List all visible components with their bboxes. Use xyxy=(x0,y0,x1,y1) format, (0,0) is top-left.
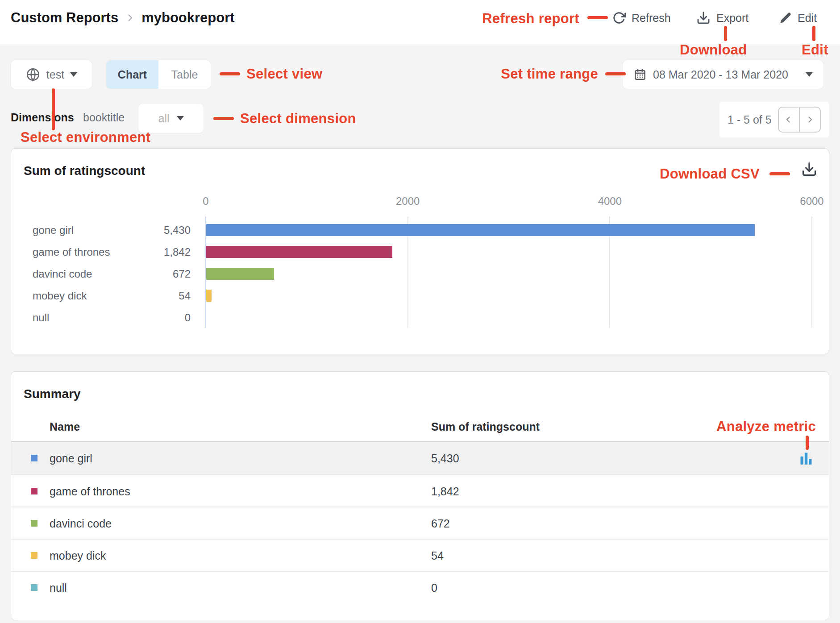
table-row[interactable]: game of thrones1,842 xyxy=(11,474,829,507)
breadcrumb-chevron-icon xyxy=(125,12,135,23)
annotation-dash xyxy=(213,117,234,120)
chevron-down-icon xyxy=(806,72,813,77)
annotation-dash xyxy=(769,172,790,175)
series-swatch xyxy=(31,552,37,559)
refresh-button[interactable]: Refresh xyxy=(612,8,671,28)
environment-select[interactable]: test xyxy=(11,60,92,89)
column-header-name: Name xyxy=(50,413,80,440)
refresh-icon xyxy=(612,11,626,25)
pagination: 1 - 5 of 5 xyxy=(719,102,829,137)
annotation-line xyxy=(806,436,809,450)
analyze-metric-button[interactable] xyxy=(798,450,814,466)
breadcrumb: Custom Reports mybookreport xyxy=(11,0,235,36)
chevron-down-icon xyxy=(70,72,77,77)
gridline xyxy=(811,216,812,328)
dimension-name: booktitle xyxy=(83,111,125,124)
annotation-edit: Edit xyxy=(802,42,828,58)
annotation-analyze-metric: Analyze metric xyxy=(716,419,816,435)
annotation-select-view: Select view xyxy=(246,66,322,82)
export-button[interactable]: Export xyxy=(696,8,749,28)
summary-panel: Summary Name Sum of ratingscount gone gi… xyxy=(11,371,829,620)
view-toggle: Chart Table xyxy=(106,60,211,89)
summary-row-name: davinci code xyxy=(50,507,112,540)
summary-table-header: Name Sum of ratingscount xyxy=(11,413,829,442)
pagination-range: 1 - 5 of 5 xyxy=(728,113,772,126)
summary-title: Summary xyxy=(24,387,81,401)
annotation-line xyxy=(812,26,815,41)
previous-page-button[interactable] xyxy=(779,108,800,132)
annotation-dash xyxy=(587,16,608,19)
annotation-dash xyxy=(220,72,240,75)
export-label: Export xyxy=(716,12,749,25)
bar-chart-icon xyxy=(798,450,814,466)
page-header: Custom Reports mybookreport Refresh Expo… xyxy=(0,0,840,45)
axis-tick-label: 0 xyxy=(203,195,208,208)
axis-tick-label: 2000 xyxy=(396,195,420,208)
breadcrumb-report-name: mybookreport xyxy=(141,10,234,26)
table-row[interactable]: mobey dick54 xyxy=(11,539,829,571)
summary-row-value: 1,842 xyxy=(431,475,459,507)
breadcrumb-section[interactable]: Custom Reports xyxy=(11,10,118,26)
table-row[interactable]: null0 xyxy=(11,571,829,603)
chart-title: Sum of ratingscount xyxy=(24,164,145,178)
edit-label: Edit xyxy=(798,12,817,25)
tab-table[interactable]: Table xyxy=(158,60,211,89)
dimension-filter-value: all xyxy=(158,112,169,125)
summary-row-value: 672 xyxy=(431,507,450,540)
chart-value-label: 0 xyxy=(123,307,191,328)
annotation-set-time-range: Set time range xyxy=(501,66,598,82)
date-range-value: 08 Mar 2020 - 13 Mar 2020 xyxy=(653,68,788,81)
annotation-download-csv: Download CSV xyxy=(660,166,760,182)
table-row[interactable]: davinci code672 xyxy=(11,507,829,539)
summary-table-body: gone girl5,430game of thrones1,842davinc… xyxy=(11,442,829,603)
date-range-picker[interactable]: 08 Mar 2020 - 13 Mar 2020 xyxy=(623,60,823,89)
axis-tick-label: 4000 xyxy=(598,195,622,208)
summary-row-value: 54 xyxy=(431,540,444,572)
chart-value-label: 54 xyxy=(123,285,191,307)
chart-bar xyxy=(206,268,274,280)
download-icon xyxy=(696,11,711,25)
download-csv-button[interactable] xyxy=(801,161,817,177)
globe-icon xyxy=(25,67,41,82)
annotation-dash xyxy=(605,72,626,75)
summary-row-value: 5,430 xyxy=(431,442,459,474)
summary-row-value: 0 xyxy=(431,572,437,604)
annotation-download: Download xyxy=(680,42,747,58)
series-swatch xyxy=(31,584,37,591)
annotation-line xyxy=(724,26,727,41)
pencil-icon xyxy=(779,12,792,24)
refresh-label: Refresh xyxy=(632,12,671,25)
chart-bar xyxy=(206,224,755,236)
chart-bar xyxy=(206,290,212,302)
annotation-select-dimension: Select dimension xyxy=(240,111,356,127)
summary-row-name: mobey dick xyxy=(50,540,106,572)
summary-row-name: game of thrones xyxy=(50,475,130,507)
tab-chart[interactable]: Chart xyxy=(106,60,158,89)
annotation-select-environment: Select environment xyxy=(21,129,150,145)
series-swatch xyxy=(31,455,37,461)
calendar-icon xyxy=(633,68,647,81)
pagination-buttons xyxy=(778,107,821,133)
edit-button[interactable]: Edit xyxy=(779,8,817,28)
dimension-filter-select[interactable]: all xyxy=(138,104,204,133)
summary-row-name: gone girl xyxy=(50,442,92,474)
chart-value-label: 1,842 xyxy=(123,241,191,263)
custom-report-page: { "annotation_color": "#e8432d", "annota… xyxy=(0,0,840,623)
chart-bar xyxy=(206,246,392,258)
dimensions-label: Dimensions xyxy=(11,111,74,124)
table-row[interactable]: gone girl5,430 xyxy=(11,442,829,474)
chart-value-label: 672 xyxy=(123,263,191,285)
chevron-down-icon xyxy=(177,116,184,120)
axis-tick-label: 6000 xyxy=(800,195,823,208)
series-swatch xyxy=(31,488,37,494)
column-header-value: Sum of ratingscount xyxy=(431,413,540,440)
summary-row-name: null xyxy=(50,572,67,604)
environment-value: test xyxy=(46,68,64,81)
next-page-button[interactable] xyxy=(800,108,820,132)
annotation-refresh-report: Refresh report xyxy=(482,11,579,27)
annotation-line xyxy=(52,88,55,130)
series-swatch xyxy=(31,520,37,527)
chart-value-label: 5,430 xyxy=(123,219,191,241)
